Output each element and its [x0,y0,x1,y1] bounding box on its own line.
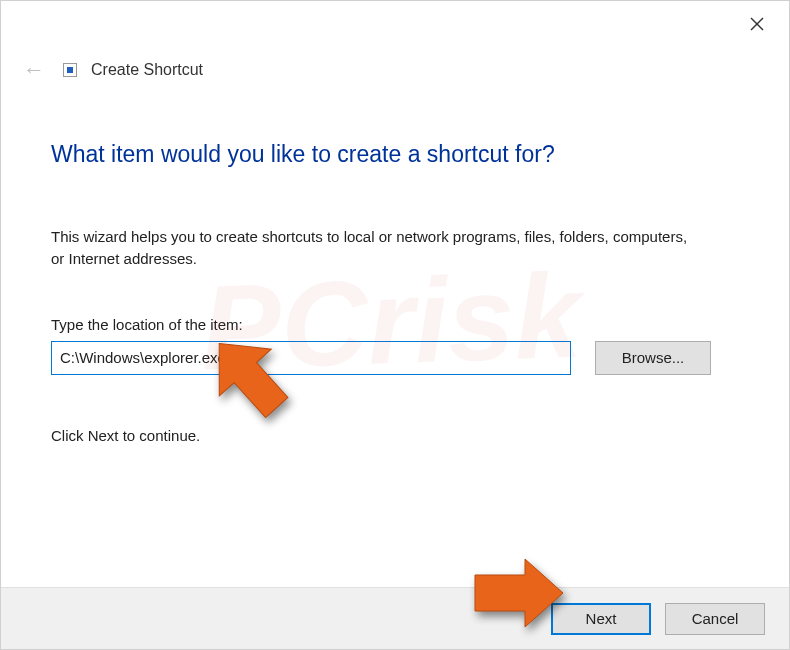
back-arrow-icon: ← [19,57,49,83]
browse-button[interactable]: Browse... [595,341,711,375]
dialog-window: ← Create Shortcut PCrisk What item would… [0,0,790,650]
location-input[interactable] [51,341,571,375]
titlebar [1,1,789,49]
location-label: Type the location of the item: [51,316,739,333]
description-text: This wizard helps you to create shortcut… [51,226,691,270]
heading: What item would you like to create a sho… [51,141,739,168]
continue-text: Click Next to continue. [51,427,739,444]
close-icon [750,17,764,31]
header-row: ← Create Shortcut [1,49,789,83]
next-button[interactable]: Next [551,603,651,635]
input-row: Browse... [51,341,739,375]
dialog-content: What item would you like to create a sho… [1,83,789,444]
close-button[interactable] [737,9,777,39]
shortcut-icon [63,63,77,77]
footer: Next Cancel [1,587,789,649]
cancel-button[interactable]: Cancel [665,603,765,635]
dialog-title: Create Shortcut [91,61,203,79]
